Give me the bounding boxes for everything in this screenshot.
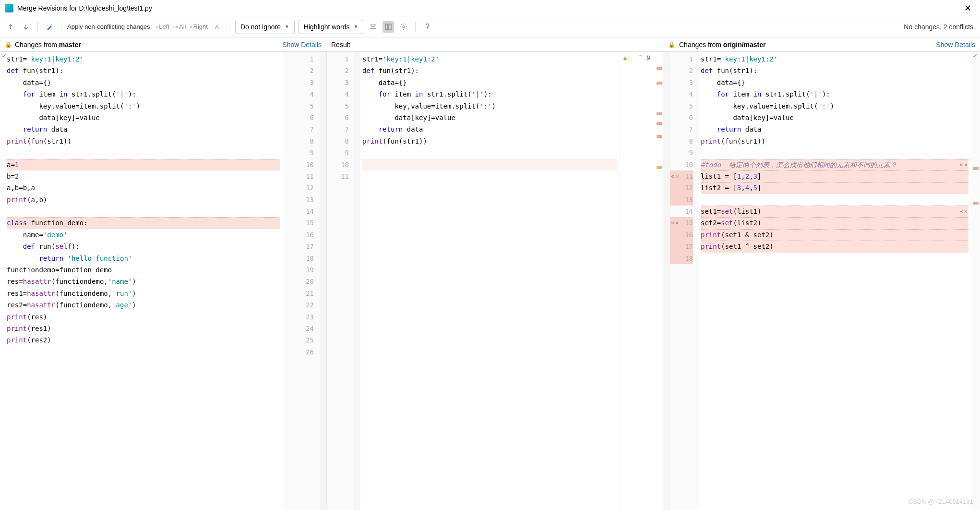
code-line: res1=hasattr(functiondemo,'run') <box>7 288 280 299</box>
app-icon <box>5 4 13 12</box>
magic-resolve-button[interactable] <box>44 21 55 33</box>
mid-error-stripe[interactable]: ▲ 9 ˄ ˅ <box>620 52 663 510</box>
line-number: 11 <box>327 170 349 182</box>
reject-icon[interactable]: ✕ <box>964 159 968 170</box>
line-number: 2 <box>283 65 314 76</box>
line-number: 8 <box>670 135 693 147</box>
code-line: str1='key:1|key1:2' <box>7 53 280 65</box>
show-details-right[interactable]: Show Details <box>936 41 975 49</box>
line-number: 4 <box>283 88 314 100</box>
help-icon[interactable]: ? <box>421 21 433 33</box>
line-number: 15 <box>283 217 314 229</box>
line-number: 3 <box>670 77 693 88</box>
code-line: print(res) <box>7 311 280 323</box>
right-pane: 1234567891011«✕12131415«✕161718 str1='ke… <box>663 52 980 510</box>
code-line: print(fun(str1)) <box>362 135 617 147</box>
code-line <box>362 147 617 158</box>
line-number: 12 <box>670 182 693 194</box>
code-line: res=hasattr(functiondemo,'name') <box>7 276 280 287</box>
toolbar: Apply non-conflicting changes: »Left »«A… <box>0 16 980 37</box>
line-number: 21 <box>283 288 314 299</box>
code-line: key,value=item.split(':') <box>7 100 280 112</box>
accept-icon[interactable]: « <box>960 206 963 217</box>
apply-left-button[interactable]: »Left <box>155 23 169 30</box>
apply-label: Apply non-conflicting changes: <box>67 23 152 30</box>
left-editor[interactable]: str1='key:1|key1:2'def fun(str1): data={… <box>5 52 283 510</box>
left-handle[interactable] <box>320 52 326 510</box>
line-number: 8 <box>327 135 349 147</box>
mid-handle-l[interactable] <box>354 52 360 510</box>
line-number: 17 <box>283 241 314 252</box>
accept-icon[interactable]: « <box>960 159 963 170</box>
right-error-stripe[interactable]: ✔ <box>971 52 980 510</box>
line-number: 26 <box>283 346 314 358</box>
line-number: 24 <box>283 323 314 334</box>
code-line: name='demo' <box>7 229 280 241</box>
line-number: 10 <box>670 159 693 170</box>
line-number: 1 <box>670 53 693 65</box>
result-editor[interactable]: str1='key:1|key1:2'def fun(str1): data={… <box>360 52 620 510</box>
mid-gutter-left: 1234567891011 <box>327 52 354 510</box>
next-diff-button[interactable] <box>20 21 32 33</box>
collapse-icon[interactable] <box>367 21 379 33</box>
svg-rect-3 <box>389 24 391 30</box>
line-number: 19 <box>283 264 314 276</box>
line-number: 15«✕ <box>670 217 693 229</box>
code-line: data[key]=value <box>7 112 280 123</box>
code-line: print(fun(str1)) <box>701 135 968 147</box>
line-number: 7 <box>283 123 314 135</box>
line-number: 10 <box>327 159 349 170</box>
sync-scroll-icon[interactable] <box>382 21 394 33</box>
code-line: for item in str1.split('|'): <box>362 88 617 100</box>
code-line: set2=set(list2) <box>701 217 968 229</box>
reject-icon[interactable]: ✕ <box>675 170 679 182</box>
code-line: print(res2) <box>7 334 280 346</box>
line-number: 9 <box>327 147 349 158</box>
right-editor[interactable]: str1='key:1|key1:2'def fun(str1): data={… <box>699 52 971 510</box>
reject-icon[interactable]: ✕ <box>675 217 679 229</box>
prev-diff-button[interactable] <box>5 21 16 33</box>
line-number: 7 <box>670 123 693 135</box>
code-line <box>701 147 968 158</box>
accept-icon[interactable]: « <box>671 170 674 182</box>
line-number: 23 <box>283 311 314 323</box>
line-number: 18 <box>283 253 314 264</box>
code-line: a=1 <box>7 159 280 170</box>
line-number: 3 <box>283 77 314 88</box>
line-number: 16 <box>670 229 693 241</box>
apply-all-button[interactable]: »«All <box>173 23 186 30</box>
accept-icon[interactable]: « <box>671 217 674 229</box>
close-icon[interactable]: ✕ <box>960 3 975 13</box>
line-number: 12 <box>283 182 314 194</box>
right-handle[interactable] <box>663 52 670 510</box>
code-line <box>7 346 280 358</box>
line-number: 9 <box>670 147 693 158</box>
code-line: print(set1 & set2) <box>701 229 968 241</box>
result-pane: 1234567891011 str1='key:1|key1:2'def fun… <box>326 52 663 510</box>
code-line: str1='key:1|key1:2' <box>701 53 968 65</box>
line-number: 13 <box>670 194 693 206</box>
check-icon: ✔ <box>973 53 977 59</box>
code-line: list1 = [1,2,3] <box>701 170 968 182</box>
reject-icon[interactable]: ✕ <box>964 206 968 217</box>
highlight-dropdown[interactable]: Highlight words▼ <box>299 20 364 34</box>
code-line <box>362 159 617 170</box>
revert-icon[interactable] <box>212 21 223 33</box>
line-number: 5 <box>670 100 693 112</box>
left-pane: ✔ str1='key:1|key1:2'def fun(str1): data… <box>0 52 326 510</box>
nav-up-icon[interactable]: ˄ <box>639 54 642 61</box>
apply-right-button[interactable]: «Right <box>190 23 208 30</box>
nav-down-icon[interactable]: ˅ <box>646 54 649 61</box>
code-line: return data <box>701 123 968 135</box>
code-line: data[key]=value <box>701 112 968 123</box>
show-details-left[interactable]: Show Details <box>282 41 322 49</box>
code-line <box>7 206 280 217</box>
line-number: 4 <box>670 88 693 100</box>
settings-icon[interactable] <box>398 21 409 33</box>
code-line: print(set1 ^ set2) <box>701 241 968 252</box>
ignore-dropdown[interactable]: Do not ignore▼ <box>235 20 295 34</box>
line-number: 3 <box>327 77 349 88</box>
code-line: print(fun(str1)) <box>7 135 280 147</box>
line-number: 20 <box>283 276 314 287</box>
code-line: functiondemo=function_demo <box>7 264 280 276</box>
